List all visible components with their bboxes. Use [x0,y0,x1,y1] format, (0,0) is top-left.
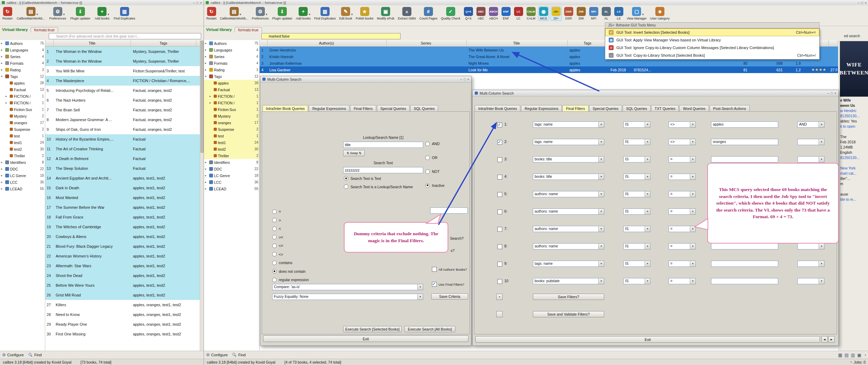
dialog-tab[interactable]: Final Filters [350,105,376,112]
logic-not-radio[interactable]: NOT [425,165,444,178]
book-row[interactable]: 30 First One Missing apples, oranges, te… [45,329,200,339]
operator-select[interactable]: = [669,261,696,267]
operator-select[interactable]: = [669,174,696,180]
dialog-tab[interactable]: Regular Expressions [309,105,349,112]
book-row[interactable]: 3 You Will Be Mine Fiction:Suspense&Thri… [45,66,200,76]
is-select[interactable]: IS [623,278,650,284]
virtual-library-label[interactable]: Virtual library [2,27,28,32]
modify-epub-button[interactable]: ▣ Modify ePub [376,6,395,21]
sidebar-series[interactable]: ▸ Series 4 [204,53,259,60]
extract-isbn-button[interactable]: ||| Extract ISBN [397,6,417,21]
find-button[interactable]: Find [232,353,245,357]
jsplus-button[interactable]: JS+ JS+ [551,6,562,21]
comp-eq-radio[interactable]: = [272,207,309,216]
sidebar-tag-mystery[interactable]: Mystery 2 [204,113,259,119]
book-row[interactable]: 6 The Nazi Hunters Factual, oranges, tes… [45,95,200,105]
filter-enabled-checkbox[interactable] [497,227,502,232]
dialog-tab[interactable]: Regular Expressions [521,105,562,112]
sidebar-tags[interactable]: ▾ Tags 12 [204,73,259,80]
operator-select[interactable]: = [669,208,696,215]
sidebar-lc-genre[interactable]: ▸ LC Genre 18 [0,172,45,179]
restart-button[interactable]: ↻ Restart [1,6,14,21]
sidebar-tag-fiction-2[interactable]: ▸ FICTION / 1 [0,100,45,106]
view-manager-button[interactable]: ▢ View Manager [626,6,648,21]
sidebar-tag-test[interactable]: test 1 [204,133,259,139]
sidebar-tag-oranges[interactable]: oranges 17 [0,119,45,126]
tags-column-header[interactable]: Tags [131,40,196,46]
sidebar-rating[interactable]: ▸ Rating 3 [0,66,45,73]
sidebar-tag-test2[interactable]: test2 30 [204,146,259,152]
scroll-left-button[interactable] [821,336,828,343]
is-select[interactable]: IS [623,243,650,249]
book-row[interactable]: 28 Need to Know apples, oranges, test1, … [45,310,200,319]
book-row[interactable]: 19 The Witches of Cambridge apples, test… [45,222,200,232]
filter-enabled-checkbox[interactable] [497,140,502,145]
menu-invert-selection[interactable]: ⇄ GUI Tool: Invert Selection [Selected B… [605,29,819,36]
book-row[interactable]: 12 A Death in Belmont Factual [45,154,200,164]
filter-value-input[interactable]: oranges [711,139,778,145]
sidebar-languages[interactable]: ▸ Languages 4 [0,47,45,53]
sidebar-series[interactable]: ▸ Series 4 [0,53,45,60]
expand-arrow-icon[interactable]: ▸ [1,62,4,65]
dialog-tab[interactable]: Special Queries [589,105,622,112]
expand-arrow-icon[interactable]: ▸ [205,167,208,170]
sidebar-tag-fiction-2[interactable]: ▸ FICTION / 1 [204,100,259,106]
operator-select[interactable]: <> [669,139,696,145]
q-plus-s-button[interactable]: Q+S Q+S [463,6,474,21]
book-row[interactable]: 4 Lisa Gardner Look for Me apples Feb 20… [260,66,838,73]
dialog-tab[interactable]: Final Filters [562,105,588,112]
compare-select[interactable]: Compare: 'as-is' [272,284,423,290]
minimize-button[interactable]: – [460,78,462,81]
sidebar-tag-factual[interactable]: Factual 13 [0,86,45,93]
expand-arrow-icon[interactable]: ▸ [205,181,208,184]
expand-arrow-icon[interactable]: ▾ [1,75,4,78]
sidebar-lc-genre[interactable]: ▸ LC Genre 18 [204,172,259,179]
operator-select[interactable]: = [669,278,696,284]
filter-enabled-checkbox[interactable] [497,122,502,127]
join-select[interactable] [797,261,824,267]
count-pages-button[interactable]: # Count Pages [418,6,439,21]
sidebar-tag-test1[interactable]: test1 24 [0,139,45,146]
sidebar-authors[interactable]: ▸ Authors 75 [204,40,259,47]
expand-arrow-icon[interactable]: ▸ [210,95,213,98]
vl-tab-formats-true[interactable]: formats:true [31,27,58,32]
abc-button[interactable]: ABC ABC [475,6,487,21]
join-select[interactable] [797,243,824,249]
maximize-button[interactable]: □ [831,92,833,95]
dialog-tab[interactable]: Special Queries [377,105,410,112]
is-select[interactable]: IS [623,156,650,162]
sidebar-tag-factual[interactable]: Factual 13 [204,86,259,93]
al-button[interactable]: AL AL [601,6,612,21]
sidebar-tag-thriller[interactable]: Thriller 2 [204,152,259,159]
plugin-updater-button[interactable]: ⇓ Plugin updater [69,6,92,21]
dsr-button[interactable]: DSR DSR [563,6,574,21]
book-row[interactable]: 10 History of the Byzantine Empire,... F… [45,134,200,144]
vl-tab-formats-true[interactable]: formats:true [235,27,262,32]
saved-search-label[interactable]: ed search [844,34,860,38]
preferences-button[interactable]: ⚙ Preferences [48,6,67,21]
book-row[interactable]: 18 Fall From Grace apples, test1, test2 [45,212,200,222]
sidebar-tag-suspense[interactable]: Suspense 2 [0,126,45,133]
execute-search-selected-button[interactable]: Execute Search [Selected Books] [343,326,402,332]
sidebar-tag-test2[interactable]: test2 30 [0,146,45,152]
scrollbar-thumb[interactable] [200,41,204,153]
expand-arrow-icon[interactable]: ▸ [205,68,208,71]
comp-contains-radio[interactable]: contains [272,259,309,267]
operator-select[interactable]: <> [669,121,696,128]
virtual-library-label[interactable]: Virtual library [206,27,232,32]
book-row[interactable]: 25 Before We Were Yours apples, test1, t… [45,280,200,290]
search-text-input[interactable] [343,167,423,173]
operator-select[interactable]: = [669,191,696,197]
book-row[interactable]: 29 Ready Player One apples, oranges, tes… [45,319,200,329]
filter-enabled-checkbox[interactable] [497,279,502,284]
expand-arrow-icon[interactable]: ▸ [205,42,208,45]
sidebar-tag-fiction-sus[interactable]: Fiction:Sus 1 [204,106,259,113]
lc-button[interactable]: LC LC [513,6,524,21]
column-select[interactable]: books: title [533,156,604,162]
plugin-updater-button[interactable]: ⇓ Plugin updater [271,6,293,21]
filter-value-input[interactable] [711,261,778,267]
expand-arrow-icon[interactable]: ▸ [205,174,208,177]
book-row[interactable]: 24 Shoot the Dead apples, test1, test2 [45,271,200,280]
sidebar-ddc[interactable]: ▸ DDC 22 [204,166,259,172]
column-header[interactable] [260,40,268,46]
